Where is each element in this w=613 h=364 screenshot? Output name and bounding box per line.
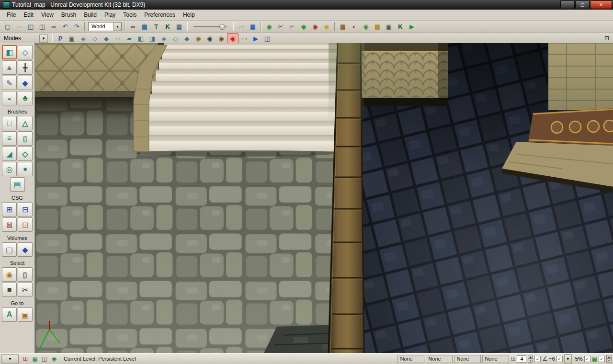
goto-builder-icon[interactable]: ▣ (18, 307, 33, 322)
search-actors-icon[interactable]: ∞ (127, 21, 139, 32)
sheet-brush-icon[interactable]: ◇ (18, 147, 33, 161)
goto-actor-a-icon[interactable]: A (2, 307, 17, 322)
redo-icon[interactable]: ↷ (71, 21, 82, 32)
brush-solid-icon[interactable]: ◆ (181, 33, 193, 44)
goto-actor-icon[interactable]: ▦ (139, 21, 150, 32)
menu-build[interactable]: Build (80, 10, 101, 20)
slider-knob[interactable] (219, 24, 225, 30)
cone-brush-icon[interactable]: △ (18, 116, 33, 130)
spin-down-icon[interactable]: ▿ (528, 359, 533, 363)
brush-slab-icon[interactable]: ▰ (124, 33, 135, 44)
build-cover-icon[interactable]: ▦ (372, 21, 383, 32)
brush-gem-icon[interactable]: ◈ (158, 33, 170, 44)
generic-browser-icon[interactable]: ▱ (236, 21, 247, 32)
csg-intersect-icon[interactable]: ⊠ (2, 217, 17, 232)
letter-p-icon[interactable]: P (55, 33, 66, 44)
new-map-icon[interactable]: ▢ (2, 21, 13, 32)
select-matching-brush-icon[interactable]: ◉ (2, 267, 17, 282)
minimize-button[interactable]: — (560, 0, 575, 9)
menu-edit[interactable]: Edit (20, 10, 37, 20)
square-frame-icon[interactable]: ▭ (238, 33, 250, 44)
status-terrain-icon[interactable]: ▦ (30, 354, 40, 363)
terrain-mode-icon[interactable]: ▲ (2, 60, 17, 75)
chevron-down-icon[interactable]: ▼ (39, 34, 48, 43)
viewport-3d-scene[interactable] (35, 43, 613, 353)
socket-manager-icon[interactable]: ◉ (263, 21, 275, 32)
camera-mode-icon[interactable]: ◧ (2, 45, 17, 59)
spiral-stair-brush-icon[interactable]: ◎ (2, 162, 17, 176)
select-cut-icon[interactable]: ✂ (18, 283, 33, 297)
mass-properties-icon[interactable]: ◉ (321, 21, 332, 32)
undo-icon[interactable]: ↶ (59, 21, 71, 32)
drag-grid-value[interactable]: 4 (517, 355, 526, 363)
cube-brush-icon[interactable]: □ (2, 116, 17, 130)
splitter-icon[interactable]: ◫ (261, 33, 273, 44)
card-stack-brush-icon[interactable]: ≡ (2, 131, 17, 146)
translucency-icon[interactable]: T (150, 21, 162, 32)
world-combo[interactable]: World ▾ (88, 22, 122, 31)
status-none-field[interactable]: None (454, 355, 481, 363)
mesh-paint-mode-icon[interactable]: ◆ (18, 76, 33, 90)
brush-shape-icon[interactable]: ◇ (170, 33, 181, 44)
blocking-volume-icon[interactable]: ◆ (18, 242, 33, 257)
menu-file[interactable]: File (3, 10, 20, 20)
status-brush-lock-icon[interactable]: ◫ (40, 354, 49, 363)
menu-brush[interactable]: Brush (57, 10, 80, 20)
select-square-icon[interactable]: ■ (2, 283, 17, 297)
menu-preferences[interactable]: Preferences (140, 10, 179, 20)
sphere-brush-icon[interactable]: ● (18, 162, 33, 176)
status-none-field[interactable]: None (482, 355, 509, 363)
unlit-movement-icon[interactable]: ✂ (286, 21, 298, 32)
rotation-grid-checkbox[interactable]: ✓ (556, 356, 563, 362)
csg-deintersect-icon[interactable]: ⊡ (18, 217, 33, 232)
content-browser-icon[interactable]: ▦ (247, 21, 259, 32)
brush-diamond-icon[interactable]: ◇ (89, 33, 101, 44)
physics-jack-icon[interactable]: ◉ (309, 21, 321, 32)
save-all-icon[interactable]: ◫ (36, 21, 48, 32)
select-cylinder-icon[interactable]: ▯ (18, 267, 33, 282)
autosave-spinner[interactable]: ▴ ▿ (606, 355, 612, 363)
spin-down-icon[interactable]: ▿ (606, 359, 612, 363)
build-paths-icon[interactable]: ◉ (360, 21, 372, 32)
autosave-checkbox[interactable]: ✓ (599, 356, 605, 362)
dock-icon[interactable]: ⊡ (604, 35, 611, 42)
chevron-down-icon[interactable]: ▾ (114, 23, 121, 31)
rotation-grid-dropdown[interactable]: ▾ (564, 354, 572, 364)
brush-curve-icon[interactable]: ◨ (147, 33, 158, 44)
camera-speed-icon[interactable]: ◉ (216, 33, 227, 44)
spin-up-icon[interactable]: ▴ (606, 355, 612, 359)
status-camera-icon[interactable]: ◉ (49, 354, 59, 363)
volumetric-brush-icon[interactable]: ▤ (10, 177, 25, 192)
brush-cube-icon[interactable]: ◆ (101, 33, 112, 44)
brush-paint-icon[interactable]: ◉ (227, 33, 238, 44)
csg-add-icon[interactable]: ⊞ (2, 202, 17, 216)
menu-view[interactable]: View (37, 10, 57, 20)
lock-selection-icon[interactable]: ◉ (193, 33, 204, 44)
brush-stair-icon[interactable]: ◧ (135, 33, 147, 44)
drag-grid-checkbox[interactable]: ✓ (534, 356, 541, 362)
menu-play[interactable]: Play (101, 10, 119, 20)
status-none-field[interactable]: None (397, 355, 424, 363)
find-icon[interactable]: ∞ (48, 21, 59, 32)
curved-stair-brush-icon[interactable]: ◢ (2, 147, 17, 161)
kismet-icon[interactable]: K (162, 21, 173, 32)
content-page-icon[interactable]: ▤ (173, 21, 185, 32)
texture-pen-mode-icon[interactable]: ✎ (2, 76, 17, 90)
status-none-field[interactable]: None (426, 355, 453, 363)
open-map-icon[interactable]: ▱ (13, 21, 25, 32)
foliage-mode-icon[interactable]: ♣ (18, 91, 33, 105)
play-level-icon[interactable]: ▶ (406, 21, 418, 32)
physics-ball-icon[interactable]: ◉ (298, 21, 309, 32)
viewport-layout-icon[interactable]: ▣ (66, 33, 78, 44)
show-flags-eye-icon[interactable]: ◉ (204, 33, 216, 44)
camera-speed-slider[interactable] (193, 26, 227, 27)
save-map-icon[interactable]: ◫ (25, 21, 36, 32)
landscape-mode-icon[interactable]: ◒ (2, 91, 17, 105)
viewport[interactable] (35, 43, 613, 353)
csg-subtract-icon[interactable]: ⊟ (18, 202, 33, 216)
brush-sheet-icon[interactable]: ▱ (112, 33, 124, 44)
build-lighting-icon[interactable]: ◐ (349, 21, 360, 32)
drag-grid-spinner[interactable]: ▴ ▿ (528, 355, 533, 363)
geometry-mode-icon[interactable]: ◇ (18, 45, 33, 59)
spin-up-icon[interactable]: ▴ (528, 355, 533, 359)
